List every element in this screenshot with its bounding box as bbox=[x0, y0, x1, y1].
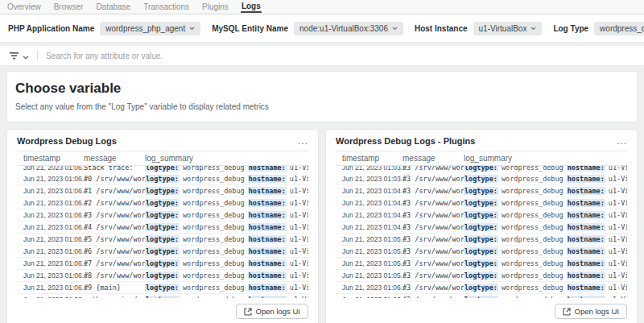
timestamp-cell: Jun 21, 2023 01:06... bbox=[17, 211, 84, 219]
hostname-key-badge: hostname: bbox=[248, 175, 287, 183]
host-instance-dropdown[interactable]: u1-VirtualBox bbox=[473, 22, 543, 35]
hostname-key-badge: hostname: bbox=[248, 247, 287, 255]
tab-browser[interactable]: Browser bbox=[53, 0, 85, 13]
log-summary-cell: logtype:wordpress_debughostname:u1-Virtu… bbox=[145, 211, 308, 219]
tab-database[interactable]: Database bbox=[95, 0, 131, 13]
message-cell: #3 /srv/www/wor… bbox=[402, 247, 464, 255]
logtype-key-badge: logtype: bbox=[145, 187, 180, 195]
table-row[interactable]: Jun 21, 2023 01:04... #3 /srv/www/wor… l… bbox=[336, 197, 627, 209]
logtype-key-badge: logtype: bbox=[145, 223, 180, 231]
log-summary-cell: logtype:wordpress_debughostname:u1-Virtu… bbox=[145, 259, 308, 267]
table-row[interactable]: Jun 21, 2023 01:06... #7 /srv/www/wor… l… bbox=[17, 258, 308, 270]
table-row[interactable]: Jun 21, 2023 01:06... #1 /srv/www/wor… l… bbox=[17, 185, 308, 197]
logtype-key-badge: logtype: bbox=[145, 166, 180, 172]
logtype-key-badge: logtype: bbox=[464, 166, 498, 172]
filter-icon bbox=[10, 48, 19, 63]
log-summary-cell: logtype:wordpress_debughostname:u1-Virtu… bbox=[464, 166, 627, 172]
logtype-key-badge: logtype: bbox=[145, 284, 180, 292]
hostname-value: u1-VirtualB… bbox=[290, 199, 308, 207]
log-summary-cell: logtype:wordpress_debughostname:u1-Virtu… bbox=[145, 271, 308, 280]
php-application-name-dropdown[interactable]: wordpress_php_agent bbox=[100, 22, 200, 35]
table-row[interactable]: Jun 21, 2023 01:05... #3 /srv/www/wor… l… bbox=[336, 246, 627, 258]
table-row[interactable]: Jun 21, 2023 01:06... Stack trace: logty… bbox=[17, 166, 308, 173]
log-search-bar bbox=[0, 46, 644, 66]
logtype-value: wordpress_debug bbox=[502, 247, 564, 255]
chevron-down-icon bbox=[23, 48, 29, 63]
log-summary-cell: logtype:wordpress_debughostname:u1-Virtu… bbox=[464, 259, 627, 267]
hostname-value: u1-VirtualB… bbox=[609, 284, 627, 292]
hostname-key-badge: hostname: bbox=[567, 211, 605, 219]
open-logs-ui-button[interactable]: Open logs UI bbox=[236, 304, 308, 319]
table-row[interactable]: Jun 21, 2023 01:06... #4 /srv/www/wor… l… bbox=[17, 222, 308, 234]
hostname-key-badge: hostname: bbox=[248, 235, 287, 243]
panel-menu-button[interactable]: ... bbox=[617, 138, 627, 144]
tab-overview[interactable]: Overview bbox=[6, 0, 42, 13]
column-header-message[interactable]: message bbox=[84, 154, 145, 163]
logtype-value: wordpress_debug bbox=[502, 271, 564, 280]
logtype-value: wordpress_debug bbox=[183, 223, 245, 231]
open-logs-ui-button[interactable]: Open logs UI bbox=[555, 304, 627, 319]
table-row[interactable]: Jun 21, 2023 01:06... #3 /srv/www/wor… l… bbox=[336, 282, 627, 294]
timestamp-cell: Jun 21, 2023 01:04... bbox=[336, 199, 402, 207]
logtype-value: wordpress_debug bbox=[502, 259, 564, 267]
table-row[interactable]: Jun 21, 2023 01:05... #3 /srv/www/wor… l… bbox=[336, 270, 627, 282]
table-row[interactable]: Jun 21, 2023 01:06... #5 /srv/www/wor… l… bbox=[17, 234, 308, 246]
table-body: Jun 21, 2023 01:06... Stack trace: logty… bbox=[17, 166, 308, 298]
table-row[interactable]: Jun 21, 2023 01:06... #8 /srv/www/wor… l… bbox=[17, 270, 308, 282]
table-row[interactable]: Jun 21, 2023 01:06... #0 /srv/www/wor… l… bbox=[17, 173, 308, 185]
hostname-value: u1-VirtualB… bbox=[290, 235, 308, 243]
table-row[interactable]: Jun 21, 2023 01:05... #3 /srv/www/wor… l… bbox=[336, 258, 627, 270]
hostname-key-badge: hostname: bbox=[567, 247, 605, 255]
column-header-timestamp[interactable]: timestamp bbox=[336, 154, 402, 163]
timestamp-cell: Jun 21, 2023 01:06... bbox=[17, 247, 84, 255]
tab-transactions[interactable]: Transactions bbox=[142, 0, 190, 13]
hostname-key-badge: hostname: bbox=[248, 199, 287, 207]
log-summary-cell: logtype:wordpress_debughostname:u1-Virtu… bbox=[464, 175, 627, 183]
message-cell: #3 /srv/www/wor… bbox=[402, 175, 464, 183]
log-summary-cell: logtype:wordpress_debughostname:u1-Virtu… bbox=[464, 223, 627, 231]
table-header-row: timestamp message log_summary bbox=[336, 151, 627, 166]
message-cell: #1 /srv/www/wor… bbox=[84, 187, 145, 195]
log-type-dropdown[interactable]: wordpress_debug bbox=[594, 22, 644, 35]
table-row[interactable]: Jun 21, 2023 01:04... #3 /srv/www/wor… l… bbox=[336, 222, 627, 234]
mysql-entity-name-dropdown[interactable]: node:u1-VirtualBox:3306 bbox=[294, 22, 403, 35]
search-input[interactable] bbox=[46, 52, 634, 60]
table-row[interactable]: Jun 21, 2023 01:06... #3 /srv/www/wor… l… bbox=[17, 209, 308, 222]
column-header-log-summary[interactable]: log_summary bbox=[145, 154, 308, 163]
column-header-log-summary[interactable]: log_summary bbox=[464, 154, 627, 163]
table-row[interactable]: Jun 21, 2023 01:04... #3 /srv/www/wor… l… bbox=[336, 185, 627, 197]
hostname-value: u1-VirtualB… bbox=[609, 271, 627, 280]
logtype-value: wordpress_debug bbox=[183, 247, 245, 255]
hostname-key-badge: hostname: bbox=[248, 223, 287, 231]
message-cell: #3 /srv/www/wor… bbox=[402, 166, 464, 172]
hostname-key-badge: hostname: bbox=[248, 284, 287, 292]
hostname-value: u1-VirtualB… bbox=[290, 175, 308, 183]
hostname-value: u1-VirtualB… bbox=[609, 211, 627, 219]
filter-php-application-name: PHP Application Name wordpress_php_agent bbox=[8, 22, 200, 35]
log-summary-cell: logtype:wordpress_debughostname:u1-Virtu… bbox=[145, 199, 308, 207]
hostname-value: u1-VirtualB… bbox=[609, 187, 627, 195]
panel-menu-button[interactable]: ... bbox=[298, 138, 308, 144]
table-row[interactable]: Jun 21, 2023 01:06... #9 {main} logtype:… bbox=[17, 282, 308, 294]
table-row[interactable]: Jun 21, 2023 01:03... #3 /srv/www/wor… l… bbox=[336, 166, 627, 173]
table-row[interactable]: Jun 21, 2023 01:06... #6 /srv/www/wor… l… bbox=[17, 246, 308, 258]
tab-logs[interactable]: Logs bbox=[241, 0, 262, 13]
filter-menu-toggle[interactable] bbox=[10, 48, 29, 63]
filter-host-instance: Host Instance u1-VirtualBox bbox=[415, 22, 542, 35]
table-row[interactable]: Jun 21, 2023 01:03... #3 /srv/www/wor… l… bbox=[336, 173, 627, 185]
message-cell: #3 /srv/www/wor… bbox=[402, 211, 464, 219]
column-header-timestamp[interactable]: timestamp bbox=[17, 154, 84, 163]
table-row[interactable]: Jun 21, 2023 01:06... #2 /srv/www/wor… l… bbox=[17, 197, 308, 209]
table-row[interactable]: Jun 21, 2023 01:05... #3 /srv/www/wor… l… bbox=[336, 234, 627, 246]
table-row[interactable]: Jun 21, 2023 01:04... #3 /srv/www/wor… l… bbox=[336, 209, 627, 222]
external-link-icon bbox=[563, 308, 571, 316]
log-summary-cell: logtype:wordpress_debughostname:u1-Virtu… bbox=[145, 247, 308, 255]
hostname-value: u1-VirtualB… bbox=[609, 247, 627, 255]
logtype-key-badge: logtype: bbox=[464, 223, 498, 231]
message-cell: #3 /srv/www/wor… bbox=[402, 284, 464, 292]
tab-plugins[interactable]: Plugins bbox=[201, 0, 229, 13]
timestamp-cell: Jun 21, 2023 01:06... bbox=[17, 175, 84, 183]
column-header-message[interactable]: message bbox=[402, 154, 464, 163]
message-cell: #7 /srv/www/wor… bbox=[84, 259, 145, 267]
logtype-key-badge: logtype: bbox=[145, 259, 180, 267]
